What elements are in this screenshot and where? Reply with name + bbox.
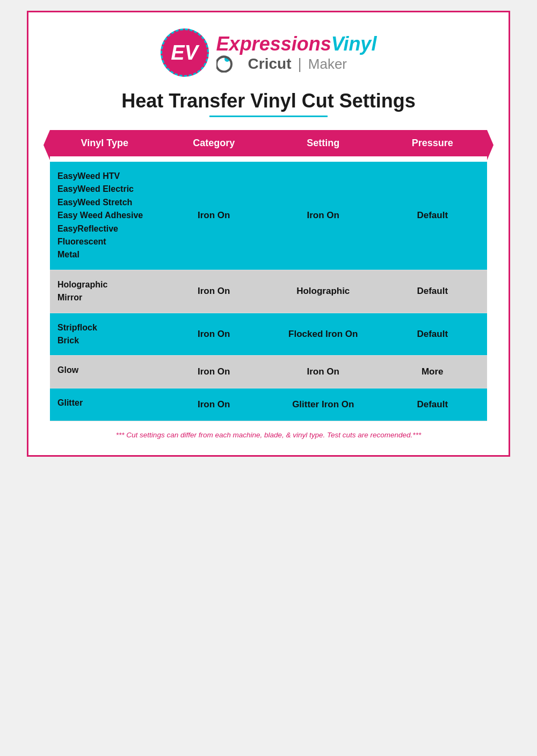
maker-text: Maker bbox=[308, 56, 347, 73]
vinyl-name: Glitter bbox=[57, 397, 83, 409]
table-row: EasyWeed HTV EasyWeed Electric EasyWeed … bbox=[50, 162, 487, 270]
col-category: Category bbox=[159, 130, 269, 156]
vinyl-name: Holographic bbox=[57, 279, 107, 291]
footer-note: *** Cut settings can differ from each ma… bbox=[50, 431, 487, 439]
expressions-part: Expressions bbox=[216, 33, 331, 55]
table-header: Vinyl Type Category Setting Pressure bbox=[50, 130, 487, 156]
pressure-row2: Default bbox=[378, 270, 488, 313]
vinyl-name: Glow bbox=[57, 364, 78, 376]
setting-row5: Glitter Iron On bbox=[268, 388, 378, 421]
category-row3: Iron On bbox=[159, 313, 269, 356]
category-row5: Iron On bbox=[159, 388, 269, 421]
cricut-logo: Cricut bbox=[216, 55, 292, 73]
vinyl-name: Easy Weed Adhesive bbox=[57, 210, 143, 221]
divider: | bbox=[298, 55, 302, 73]
pressure-row5: Default bbox=[378, 388, 488, 421]
category-row4: Iron On bbox=[159, 356, 269, 388]
col-vinyl-type: Vinyl Type bbox=[50, 130, 159, 156]
vinyl-name: Metal bbox=[57, 249, 79, 261]
cricut-row: Cricut | Maker bbox=[216, 55, 377, 73]
setting-row2: Holographic bbox=[268, 270, 378, 313]
title-underline bbox=[209, 116, 328, 117]
vinyl-name: Mirror bbox=[57, 292, 82, 304]
table-row: Holographic Mirror Iron On Holographic D… bbox=[50, 270, 487, 313]
vinyl-name: Brick bbox=[57, 335, 79, 347]
page-title: Heat Transfer Vinyl Cut Settings bbox=[50, 90, 487, 112]
brand-name: ExpressionsVinyl Cricut | Maker bbox=[216, 33, 377, 73]
setting-row1: Iron On bbox=[268, 162, 378, 270]
header: EV ExpressionsVinyl Cricut bbox=[50, 28, 487, 80]
vinyl-name: EasyWeed Electric bbox=[57, 183, 134, 195]
vinyl-names-row5: Glitter bbox=[50, 388, 159, 421]
col-setting: Setting bbox=[268, 130, 378, 156]
vinyl-name: Stripflock bbox=[57, 322, 97, 334]
pressure-row3: Default bbox=[378, 313, 488, 356]
category-row2: Iron On bbox=[159, 270, 269, 313]
pressure-row1: Default bbox=[378, 162, 488, 270]
col-pressure: Pressure bbox=[378, 130, 488, 156]
expressions-vinyl-text: ExpressionsVinyl bbox=[216, 33, 377, 55]
ev-logo: EV bbox=[161, 28, 209, 77]
vinyl-names-row3: Stripflock Brick bbox=[50, 313, 159, 356]
table-row: Stripflock Brick Iron On Flocked Iron On… bbox=[50, 313, 487, 356]
vinyl-names-row4: Glow bbox=[50, 356, 159, 388]
vinyl-name: EasyReflective bbox=[57, 223, 118, 235]
table-row: Glow Iron On Iron On More bbox=[50, 356, 487, 388]
vinyl-names-row1: EasyWeed HTV EasyWeed Electric EasyWeed … bbox=[50, 162, 159, 270]
page-container: EV ExpressionsVinyl Cricut bbox=[27, 11, 510, 457]
category-row1: Iron On bbox=[159, 162, 269, 270]
ev-text: EV bbox=[171, 41, 198, 64]
setting-row3: Flocked Iron On bbox=[268, 313, 378, 356]
setting-row4: Iron On bbox=[268, 356, 378, 388]
table-body: EV EasyWeed HTV EasyWeed Electric EasyWe… bbox=[50, 162, 487, 421]
logo-row: EV ExpressionsVinyl Cricut bbox=[161, 28, 377, 77]
cricut-c-icon bbox=[216, 55, 231, 73]
vinyl-name: EasyWeed Stretch bbox=[57, 197, 132, 208]
vinyl-part: Vinyl bbox=[331, 33, 377, 55]
pressure-row4: More bbox=[378, 356, 488, 388]
cricut-text: Cricut bbox=[248, 55, 292, 73]
vinyl-names-row2: Holographic Mirror bbox=[50, 270, 159, 313]
vinyl-name: Fluorescent bbox=[57, 236, 106, 248]
vinyl-name: EasyWeed HTV bbox=[57, 170, 120, 182]
table-row: Glitter Iron On Glitter Iron On Default bbox=[50, 388, 487, 421]
